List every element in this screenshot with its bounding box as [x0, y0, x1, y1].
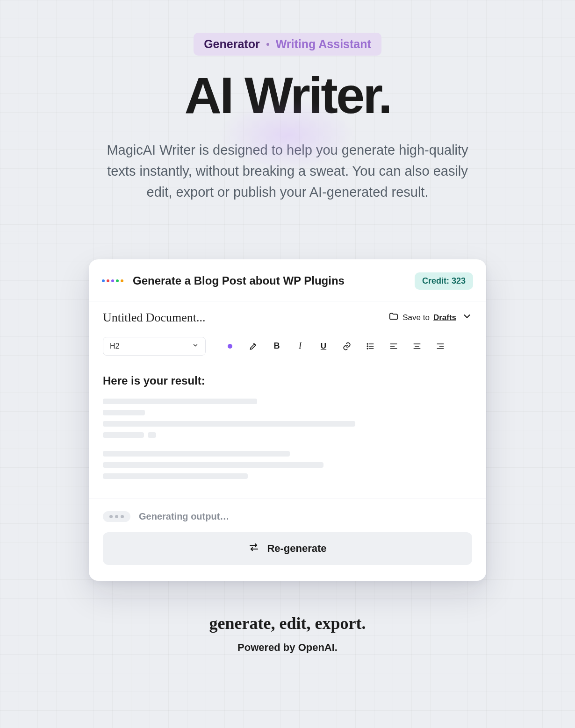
svg-point-3: [367, 343, 368, 344]
tab-generator[interactable]: Generator: [204, 37, 259, 51]
footer-powered: Powered by OpenAI.: [0, 642, 575, 654]
align-center-button[interactable]: [411, 341, 423, 352]
typing-indicator-icon: [103, 511, 130, 522]
heading-select[interactable]: H2: [103, 337, 206, 356]
save-target: Drafts: [433, 313, 456, 322]
save-to-drafts[interactable]: Save to Drafts: [388, 311, 472, 324]
pill-dot-icon: [266, 43, 269, 46]
align-right-button[interactable]: [435, 341, 446, 352]
result-skeleton: [103, 399, 472, 479]
svg-point-4: [367, 346, 368, 347]
italic-button[interactable]: I: [295, 341, 306, 352]
underline-button[interactable]: U: [318, 341, 329, 352]
list-button[interactable]: [365, 341, 376, 352]
folder-icon: [388, 311, 399, 324]
tab-writing-assistant[interactable]: Writing Assistant: [276, 37, 371, 51]
regenerate-label: Re-generate: [267, 542, 326, 555]
document-title[interactable]: Untitled Document...: [103, 311, 206, 325]
save-to-label: Save to: [402, 313, 430, 322]
credit-badge: Credit: 323: [415, 272, 473, 290]
swap-arrows-icon: [248, 542, 259, 555]
color-dot-icon: [228, 344, 232, 349]
heading-select-value: H2: [110, 342, 119, 350]
page-title: AI Writer.: [19, 70, 556, 121]
text-color-button[interactable]: [224, 341, 236, 352]
hero-pill: Generator Writing Assistant: [194, 33, 381, 56]
regenerate-button[interactable]: Re-generate: [103, 532, 472, 565]
footer-tagline: generate, edit, export.: [0, 614, 575, 633]
chevron-down-icon: [462, 311, 472, 324]
svg-point-5: [367, 348, 368, 349]
generating-label: Generating output…: [139, 511, 229, 522]
editor-toolbar: H2 B I U: [89, 330, 486, 364]
prompt-title: Generate a Blog Post about WP Plugins: [133, 274, 415, 287]
align-left-button[interactable]: [388, 341, 399, 352]
link-button[interactable]: [341, 341, 352, 352]
page-subtitle: MagicAI Writer is designed to help you g…: [105, 140, 470, 203]
result-heading: Here is your result:: [103, 374, 472, 387]
chevron-down-icon: [192, 342, 199, 350]
bold-button[interactable]: B: [271, 341, 282, 352]
brand-dots-icon: [102, 279, 123, 282]
editor-card: Generate a Blog Post about WP Plugins Cr…: [89, 259, 486, 581]
highlight-button[interactable]: [248, 341, 259, 352]
